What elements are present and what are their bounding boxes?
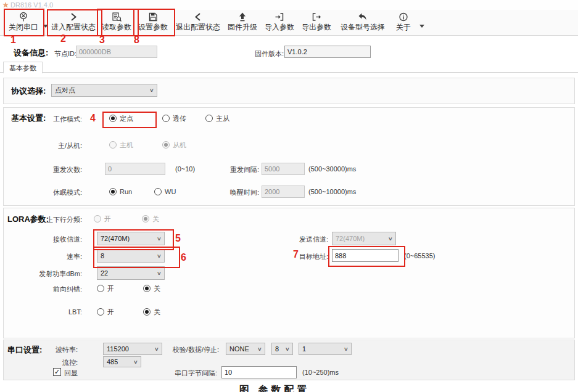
read-params-button[interactable]: 读取参数 [99, 11, 134, 34]
radio-icon [97, 308, 104, 316]
info-icon [394, 12, 413, 22]
rate-label: 速率: [6, 252, 82, 261]
set-params-label: 设置参数 [136, 22, 170, 32]
wake-time-field[interactable] [262, 186, 305, 198]
node-id-field[interactable] [76, 46, 157, 58]
rate-dropdown[interactable]: 8 ∨ [97, 249, 165, 263]
stop-bits-value: 1 [302, 345, 306, 353]
chevron-down-icon: ∨ [157, 271, 162, 276]
radio-icon [154, 188, 162, 195]
radio-icon [94, 215, 101, 223]
updown-split-radio-off[interactable]: 关 [142, 214, 159, 223]
tab-basic-params[interactable]: 基本参数 [3, 62, 43, 73]
tab-strip-divider [0, 72, 578, 73]
radio-icon [109, 115, 117, 122]
resend-interval-field[interactable] [262, 163, 305, 175]
firmware-version-field[interactable] [284, 46, 371, 58]
work-mode-radio-master-slave[interactable]: 主从 [205, 114, 229, 123]
target-address-hint: (0~65535) [404, 252, 435, 259]
undo-arrow-icon [337, 12, 389, 22]
about-label: 关于 [394, 22, 413, 32]
data-bits-dropdown[interactable]: 8 ∨ [271, 343, 293, 355]
device-model-select-label: 设备型号选择 [337, 22, 389, 32]
exit-config-label: 退出配置状态 [174, 22, 222, 32]
parity-dropdown[interactable]: NONE ∨ [226, 343, 265, 355]
sleep-mode-label: 休眠模式: [6, 188, 82, 197]
serial-port-close-icon [6, 12, 41, 22]
chevron-down-icon: ∨ [388, 236, 393, 242]
resend-interval-label: 重发间隔: [183, 165, 259, 174]
figure-caption: 图 参数配置 [239, 384, 310, 392]
fec-radio-off[interactable]: 关 [143, 284, 160, 293]
annotation-number-7: 7 [293, 250, 299, 259]
radio-icon [143, 308, 151, 316]
parity-data-stop-label: 校验/数据/停止: [145, 345, 219, 354]
radio-icon [109, 141, 117, 149]
save-icon [136, 12, 170, 22]
radio-icon [162, 115, 170, 122]
baud-rate-value: 115200 [107, 345, 129, 353]
tx-power-dropdown[interactable]: 22 ∨ [97, 266, 165, 280]
node-id-label: 节点ID: [54, 49, 76, 59]
chevron-down-icon: ∨ [133, 359, 138, 365]
radio-icon [205, 115, 213, 122]
target-address-label: 目标地址: [252, 252, 328, 261]
chevron-down-icon: ∨ [157, 236, 162, 242]
chevron-right-icon [49, 12, 97, 22]
enter-config-label: 进入配置状态 [49, 22, 97, 32]
updown-split-radio-on[interactable]: 开 [94, 214, 111, 223]
work-mode-radio-transparent[interactable]: 透传 [162, 114, 186, 123]
slave-radio[interactable]: 从机 [162, 141, 186, 149]
resend-count-label: 重发次数: [6, 165, 82, 174]
import-params-button[interactable]: 导入参数 [263, 11, 296, 34]
annotation-number-8: 8 [134, 35, 139, 45]
stop-bits-dropdown[interactable]: 1 ∨ [299, 343, 352, 355]
set-params-button[interactable]: 设置参数 [136, 11, 170, 34]
flow-control-label: 流控: [6, 358, 78, 367]
resend-count-field[interactable] [105, 163, 165, 175]
close-serial-button[interactable]: 关闭串口 [6, 11, 41, 34]
radio-icon [97, 285, 104, 292]
exit-config-button[interactable]: 退出配置状态 [174, 11, 222, 34]
chevron-left-icon [174, 12, 222, 22]
upload-arrow-icon [226, 12, 259, 22]
firmware-version-label: 固件版本: [255, 49, 284, 59]
protocol-label: 协议选择: [11, 86, 46, 97]
lbt-radio-on[interactable]: 开 [97, 308, 114, 316]
close-serial-dropdown-caret[interactable] [43, 25, 48, 28]
fec-label: 前向纠错: [6, 285, 82, 294]
echo-checkbox[interactable]: ✓ [53, 368, 61, 376]
export-params-label: 导出参数 [300, 22, 333, 32]
annotation-number-6: 6 [181, 253, 186, 263]
target-address-field[interactable] [332, 249, 398, 262]
about-button[interactable]: 关于 [394, 11, 413, 34]
device-model-select-button[interactable]: 设备型号选择 [337, 11, 389, 34]
sleep-mode-radio-wu[interactable]: WU [154, 187, 176, 196]
lbt-radio-off[interactable]: 关 [143, 308, 160, 316]
app-logo-icon [2, 2, 9, 8]
work-mode-radio-fixed[interactable]: 定点 [109, 114, 133, 123]
tx-power-value: 22 [101, 269, 108, 277]
tx-channel-dropdown[interactable]: 72(470M) ∨ [332, 232, 396, 245]
import-icon [263, 12, 296, 22]
rx-channel-dropdown[interactable]: 72(470M) ∨ [97, 232, 165, 245]
master-radio[interactable]: 主机 [109, 141, 133, 149]
rx-channel-label: 接收信道: [6, 235, 82, 244]
byte-interval-field[interactable] [221, 366, 297, 378]
export-params-button[interactable]: 导出参数 [300, 11, 333, 34]
annotation-number-2: 2 [60, 34, 66, 44]
rx-channel-value: 72(470M) [101, 235, 130, 242]
about-dropdown-caret[interactable] [419, 25, 424, 28]
radio-icon [142, 215, 149, 223]
flow-control-dropdown[interactable]: 485 ∨ [103, 356, 141, 367]
toolbar: 关闭串口 进入配置状态 读取参数 设置参数 退出配置状态 [0, 10, 578, 36]
flow-control-value: 485 [107, 358, 118, 365]
wake-time-hint: (500~10000)ms [308, 188, 356, 195]
protocol-dropdown[interactable]: 点对点 ∨ [51, 84, 157, 97]
enter-config-button[interactable]: 进入配置状态 [49, 11, 97, 34]
sleep-mode-radio-run[interactable]: Run [109, 187, 132, 196]
work-mode-label: 工作模式: [6, 115, 82, 124]
echo-label: 回显 [64, 369, 78, 378]
fec-radio-on[interactable]: 开 [97, 284, 114, 293]
firmware-upgrade-button[interactable]: 固件升级 [226, 11, 259, 34]
